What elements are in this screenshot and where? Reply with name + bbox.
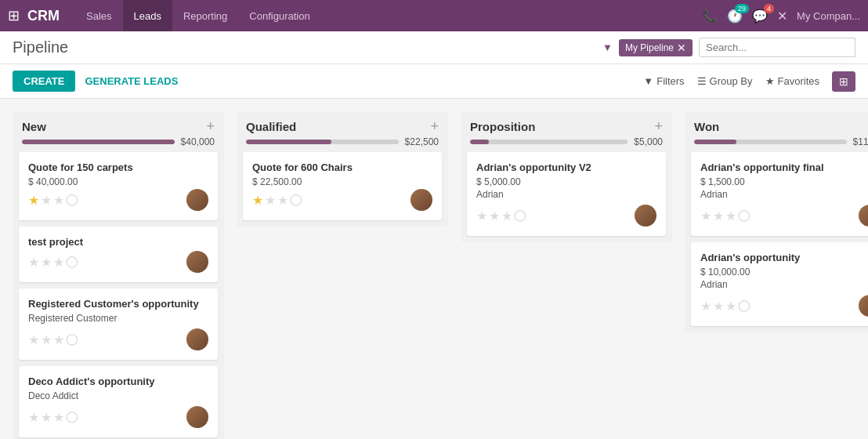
card-customer: Registered Customer xyxy=(28,313,208,324)
avatar xyxy=(186,251,208,273)
star-0[interactable]: ★ xyxy=(476,209,487,223)
page-title: Pipeline xyxy=(13,38,602,56)
search-input[interactable] xyxy=(699,38,855,57)
priority-circle[interactable]: ◯ xyxy=(514,209,526,223)
priority-circle[interactable]: ◯ xyxy=(738,299,750,314)
favorites-button[interactable]: ★ Favorites xyxy=(765,75,819,87)
chat-badge: 4 xyxy=(764,4,774,13)
star-0[interactable]: ★ xyxy=(28,193,39,208)
star-2[interactable]: ★ xyxy=(53,193,64,208)
avatar xyxy=(635,205,656,227)
col-amount-new: $40,000 xyxy=(181,136,215,147)
star-0[interactable]: ★ xyxy=(700,299,711,314)
priority-circle[interactable]: ◯ xyxy=(738,209,750,223)
groupby-icon: ☰ xyxy=(697,75,707,87)
card-title: Registered Customer's opportunity xyxy=(28,298,208,310)
star-icon: ★ xyxy=(765,75,775,87)
chat-icon[interactable]: 💬 4 xyxy=(752,9,768,24)
kanban-card[interactable]: Quote for 600 Chairs $ 22,500.00 ★★★ ◯ xyxy=(243,152,442,220)
col-add-new[interactable]: + xyxy=(206,119,215,133)
filter-tag-label: My Pipeline xyxy=(625,42,674,53)
star-0[interactable]: ★ xyxy=(28,410,39,425)
kanban-card[interactable]: test project ★★★ ◯ xyxy=(19,227,218,282)
nav-sales[interactable]: Sales xyxy=(75,0,123,31)
top-nav: ⊞ CRM Sales Leads Reporting Configuratio… xyxy=(0,0,868,31)
my-pipeline-filter[interactable]: My Pipeline ✕ xyxy=(619,39,693,56)
card-footer: ★★★ ◯ xyxy=(28,251,208,273)
nav-configuration[interactable]: Configuration xyxy=(238,0,320,31)
brand-logo: CRM xyxy=(27,8,60,24)
close-icon[interactable]: ✕ xyxy=(777,9,787,24)
kanban-card[interactable]: Adrian's opportunity $ 10,000.00 Adrian … xyxy=(691,242,868,326)
generate-leads-button[interactable]: GENERATE LEADS xyxy=(85,75,178,87)
kanban-view-button[interactable]: ⊞ xyxy=(832,71,855,92)
card-customer: Deco Addict xyxy=(28,390,208,401)
progress-bar-bg xyxy=(694,140,847,144)
cards-new: Quote for 150 carpets $ 40,000.00 ★★★ ◯ … xyxy=(13,152,224,439)
progress-bar-fill xyxy=(470,140,489,144)
avatar xyxy=(186,406,208,428)
groupby-button[interactable]: ☰ Group By xyxy=(697,75,753,87)
star-1[interactable]: ★ xyxy=(265,193,276,208)
star-1[interactable]: ★ xyxy=(713,209,724,223)
star-1[interactable]: ★ xyxy=(713,299,724,314)
col-amount-qualified: $22,500 xyxy=(405,136,439,147)
avatar xyxy=(186,328,208,350)
star-2[interactable]: ★ xyxy=(277,193,288,208)
star-2[interactable]: ★ xyxy=(53,255,64,270)
col-progress-qualified: $22,500 xyxy=(237,136,448,152)
kanban-card[interactable]: Deco Addict's opportunity Deco Addict ★★… xyxy=(19,366,218,437)
avatar xyxy=(859,295,868,317)
card-customer: Adrian xyxy=(700,279,868,290)
kanban-card[interactable]: Quote for 150 carpets $ 40,000.00 ★★★ ◯ xyxy=(19,152,218,220)
col-header-proposition: Proposition + xyxy=(461,111,672,136)
star-2[interactable]: ★ xyxy=(725,299,736,314)
card-title: Quote for 600 Chairs xyxy=(252,161,432,173)
apps-icon[interactable]: ⊞ xyxy=(8,7,20,24)
col-add-proposition[interactable]: + xyxy=(654,119,663,133)
phone-icon[interactable]: 📞 xyxy=(702,9,718,24)
star-0[interactable]: ★ xyxy=(28,332,39,347)
cards-proposition: Adrian's opportunity V2 $ 5,000.00 Adria… xyxy=(461,152,672,242)
priority-circle[interactable]: ◯ xyxy=(66,410,78,425)
progress-bar-fill xyxy=(22,140,175,144)
priority-circle[interactable]: ◯ xyxy=(290,193,302,208)
card-amount: $ 10,000.00 xyxy=(700,267,868,278)
create-button[interactable]: CREATE xyxy=(13,71,75,92)
priority-circle[interactable]: ◯ xyxy=(66,193,78,208)
progress-bar-bg xyxy=(246,140,399,144)
progress-bar-bg xyxy=(470,140,627,144)
star-rating: ★★★ ◯ xyxy=(28,255,78,270)
kanban-card[interactable]: Adrian's opportunity V2 $ 5,000.00 Adria… xyxy=(467,152,666,236)
cards-qualified: Quote for 600 Chairs $ 22,500.00 ★★★ ◯ xyxy=(237,152,448,227)
star-0[interactable]: ★ xyxy=(28,255,39,270)
clock-icon[interactable]: 🕐 29 xyxy=(727,9,743,24)
star-1[interactable]: ★ xyxy=(489,209,500,223)
col-add-qualified[interactable]: + xyxy=(430,119,439,133)
kanban-card[interactable]: Adrian's opportunity final $ 1,500.00 Ad… xyxy=(691,152,868,236)
star-0[interactable]: ★ xyxy=(700,209,711,223)
filter-tag-close[interactable]: ✕ xyxy=(677,42,686,54)
star-1[interactable]: ★ xyxy=(41,332,52,347)
star-0[interactable]: ★ xyxy=(252,193,263,208)
star-2[interactable]: ★ xyxy=(725,209,736,223)
filter-bar: ▼ My Pipeline ✕ xyxy=(602,38,855,57)
star-2[interactable]: ★ xyxy=(501,209,512,223)
filters-button[interactable]: ▼ Filters xyxy=(643,75,684,87)
star-2[interactable]: ★ xyxy=(53,410,64,425)
col-header-won: Won + xyxy=(685,111,868,136)
priority-circle[interactable]: ◯ xyxy=(66,332,78,347)
star-2[interactable]: ★ xyxy=(53,332,64,347)
kanban-card[interactable]: Registered Customer's opportunity Regist… xyxy=(19,288,218,360)
star-rating: ★★★ ◯ xyxy=(28,332,78,347)
card-customer: Adrian xyxy=(476,189,656,200)
star-1[interactable]: ★ xyxy=(41,255,52,270)
star-1[interactable]: ★ xyxy=(41,410,52,425)
priority-circle[interactable]: ◯ xyxy=(66,255,78,270)
card-footer: ★★★ ◯ xyxy=(476,205,656,227)
col-progress-won: $11,500 xyxy=(685,136,868,152)
star-1[interactable]: ★ xyxy=(41,193,52,208)
nav-reporting[interactable]: Reporting xyxy=(172,0,238,31)
card-footer: ★★★ ◯ xyxy=(28,189,208,211)
nav-leads[interactable]: Leads xyxy=(123,0,172,31)
